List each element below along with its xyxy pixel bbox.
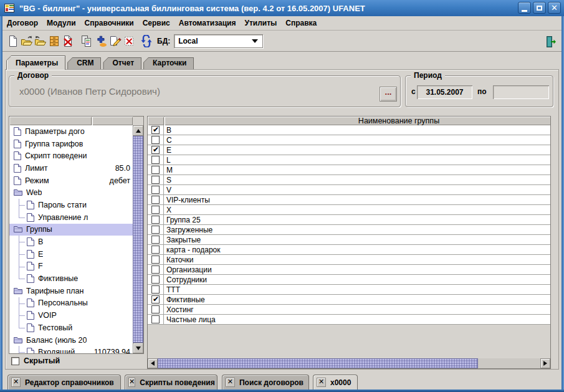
bottom-tab-contract-x0000[interactable]: ✕x0000 (313, 375, 358, 390)
tree-scrollbar-thumb[interactable] (133, 136, 143, 343)
tree-item-18[interactable]: Входящий110739.94 (9, 346, 133, 353)
tree-item-7[interactable]: Управление л (9, 211, 133, 224)
group-checkbox[interactable] (151, 315, 160, 323)
tree-header-name[interactable] (9, 117, 92, 125)
group-row-10[interactable]: Загруженные (148, 225, 550, 235)
menu-item-directories[interactable]: Справочники (80, 19, 138, 27)
find-contract-icon[interactable] (108, 34, 122, 48)
tab-report[interactable]: Отчет (103, 57, 141, 69)
group-row-5[interactable]: S (148, 175, 550, 185)
group-checkbox[interactable] (151, 265, 160, 274)
tree-item-16[interactable]: Тестовый (9, 322, 133, 334)
group-row-18[interactable]: Хостинг (148, 305, 550, 315)
group-checkbox[interactable] (151, 156, 160, 164)
close-tab-button[interactable]: ✕ (226, 378, 235, 387)
tree-item-17[interactable]: Баланс (июль 20 (9, 334, 133, 347)
tree-item-8[interactable]: Группы (9, 224, 133, 236)
close-tab-button[interactable]: ✕ (128, 378, 135, 387)
menu-item-automation[interactable]: Автоматизация (174, 19, 241, 27)
groups-scrollbar-thumb[interactable] (158, 358, 478, 368)
refresh-icon[interactable] (140, 34, 153, 48)
db-combobox[interactable]: Local (174, 34, 263, 48)
bottom-tab-contract-search[interactable]: ✕Поиск договоров (222, 375, 309, 390)
tree-item-4[interactable]: Режимдебет (9, 174, 133, 187)
tree-item-3[interactable]: Лимит85.0 (9, 162, 133, 174)
tree-item-10[interactable]: E (9, 248, 133, 261)
bottom-tab-directory-editor[interactable]: ✕Редактор справочников (7, 375, 121, 390)
tab-cards[interactable]: Карточки (143, 57, 194, 69)
group-checkbox[interactable] (151, 146, 160, 154)
group-checkbox[interactable] (151, 236, 160, 244)
groups-table-header-checkbox[interactable] (148, 117, 164, 125)
group-row-2[interactable]: E (148, 145, 550, 155)
menu-item-help[interactable]: Справка (281, 19, 321, 27)
group-row-3[interactable]: L (148, 155, 550, 165)
group-checkbox[interactable] (151, 136, 160, 144)
group-row-13[interactable]: Каточки (148, 255, 550, 265)
copy-document-icon[interactable] (80, 34, 93, 48)
save-folder-icon[interactable] (34, 34, 47, 48)
scroll-right-button[interactable] (540, 358, 550, 368)
groups-table-horizontal-scrollbar[interactable] (148, 358, 550, 368)
group-row-14[interactable]: Организации (148, 265, 550, 275)
close-tab-button[interactable]: ✕ (317, 378, 326, 387)
group-row-7[interactable]: VIP-клиенты (148, 195, 550, 205)
group-row-17[interactable]: Фиктивные (148, 295, 550, 305)
group-checkbox[interactable] (151, 196, 160, 204)
close-button[interactable]: ✕ (548, 2, 561, 14)
group-checkbox[interactable] (151, 206, 160, 214)
group-row-19[interactable]: Частные лица (148, 315, 550, 325)
group-row-9[interactable]: Группа 25 (148, 215, 550, 225)
group-row-6[interactable]: V (148, 185, 550, 195)
group-checkbox[interactable] (151, 246, 160, 254)
group-row-4[interactable]: M (148, 165, 550, 175)
tree-item-15[interactable]: VOIP (9, 309, 133, 322)
cabinet-icon[interactable] (47, 34, 61, 48)
contract-browse-button[interactable]: ... (380, 87, 397, 102)
tree-vertical-scrollbar[interactable] (133, 125, 143, 353)
delete-document-icon[interactable] (61, 34, 75, 48)
group-checkbox[interactable] (151, 305, 160, 313)
scroll-up-button[interactable] (133, 125, 143, 136)
group-checkbox[interactable] (151, 216, 160, 224)
tab-crm[interactable]: CRM (67, 57, 101, 69)
close-tab-button[interactable]: ✕ (11, 378, 21, 387)
bottom-tab-behavior-scripts[interactable]: ✕Скрипты поведения (125, 375, 217, 390)
scroll-down-button[interactable] (133, 343, 143, 353)
minimize-button[interactable] (518, 2, 531, 14)
group-row-12[interactable]: карта - подарок (148, 245, 550, 255)
group-row-15[interactable]: Сотрудники (148, 275, 550, 285)
group-checkbox[interactable] (151, 256, 160, 264)
maximize-button[interactable] (533, 2, 546, 14)
tree-item-12[interactable]: Фиктивные (9, 272, 133, 285)
tab-parameters[interactable]: Параметры (6, 55, 65, 70)
tree-item-0[interactable]: Параметры дого (9, 125, 133, 138)
exit-icon[interactable] (544, 35, 558, 49)
group-checkbox[interactable] (151, 295, 160, 304)
tree-item-13[interactable]: Тарифные план (9, 285, 133, 297)
menu-item-contract[interactable]: Договор (2, 19, 42, 27)
menu-item-utilities[interactable]: Утилиты (240, 19, 281, 27)
add-contract-icon[interactable] (95, 34, 108, 48)
tree-item-14[interactable]: Персональны (9, 297, 133, 310)
tree-header-value[interactable] (92, 117, 133, 125)
menu-item-modules[interactable]: Модули (42, 19, 80, 27)
group-checkbox[interactable] (151, 166, 160, 174)
period-from-field[interactable]: 31.05.2007 (417, 85, 472, 99)
tree-item-1[interactable]: Группа тарифов (9, 138, 133, 150)
group-row-16[interactable]: TTT (148, 285, 550, 295)
group-checkbox[interactable] (151, 186, 160, 194)
period-to-field[interactable] (493, 85, 549, 99)
group-checkbox[interactable] (151, 285, 160, 294)
new-document-icon[interactable] (6, 34, 20, 48)
group-row-8[interactable]: X (148, 205, 550, 215)
tree-item-2[interactable]: Скрипт поведени (9, 150, 133, 162)
groups-table-header-name[interactable]: Наименование группы (165, 117, 550, 125)
group-row-1[interactable]: C (148, 135, 550, 145)
group-checkbox[interactable] (151, 275, 160, 284)
tree-item-11[interactable]: F (9, 261, 133, 273)
group-row-11[interactable]: Закрытые (148, 235, 550, 245)
tree-item-6[interactable]: Пароль стати (9, 199, 133, 211)
group-checkbox[interactable] (151, 126, 160, 134)
hidden-checkbox[interactable] (11, 357, 19, 365)
